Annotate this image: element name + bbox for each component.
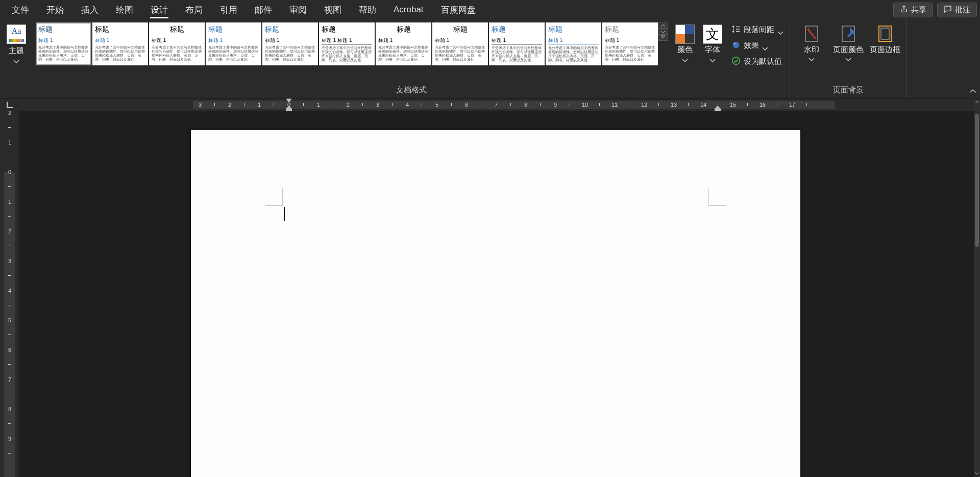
- share-button[interactable]: 共享: [893, 3, 933, 17]
- style-set-3[interactable]: 标题标题 1充分考虑了其中的值与文档整体外观的协调性。您可以使用这些库来轻松插入…: [206, 22, 261, 65]
- style-gallery: 标题标题 1充分考虑了其中的值与文档整体外观的协调性。您可以使用这些库来轻松插入…: [36, 22, 658, 65]
- menu-references[interactable]: 引用: [211, 1, 246, 19]
- h-ruler-tick: [303, 99, 304, 111]
- v-ruler-tick: [0, 305, 19, 305]
- h-ruler-tick: [806, 99, 807, 111]
- menu-file[interactable]: 文件: [3, 1, 38, 19]
- v-ruler-number: 0: [0, 169, 19, 175]
- collapse-ribbon-button[interactable]: [966, 19, 980, 98]
- text-cursor: [284, 207, 285, 221]
- watermark-icon: [802, 25, 821, 43]
- h-ruler-number: 9: [552, 99, 558, 111]
- theme-button-label: 主题: [9, 46, 24, 56]
- h-ruler-number: 10: [582, 99, 588, 111]
- colors-button[interactable]: 颜色: [672, 22, 698, 60]
- chevron-down-icon: [709, 56, 716, 60]
- svg-point-2: [732, 57, 740, 64]
- menu-home[interactable]: 开始: [38, 1, 72, 19]
- vertical-ruler[interactable]: 210123456789: [0, 111, 19, 477]
- v-ruler-tick: [0, 275, 19, 276]
- comment-button[interactable]: 批注: [937, 3, 977, 17]
- colors-icon: [675, 25, 695, 44]
- document-area[interactable]: [19, 111, 974, 477]
- menu-review[interactable]: 审阅: [281, 1, 315, 19]
- style-set-4[interactable]: 标题标题 1充分考虑了其中的值与文档整体外观的协调性。您可以使用这些库来轻松插入…: [262, 22, 318, 65]
- h-ruler-number: 11: [611, 99, 618, 111]
- paragraph-spacing-label: 段落间距: [744, 25, 774, 35]
- style-set-5[interactable]: 标题标题 1 标题 1充分考虑了其中的值与文档整体外观的协调性。您可以使用这些库…: [319, 22, 375, 65]
- h-ruler-tick: [599, 99, 600, 111]
- h-ruler-number: 16: [760, 99, 766, 111]
- h-ruler-number: 1: [315, 99, 322, 111]
- style-set-6[interactable]: 标题标题 1充分考虑了其中的值与文档整体外观的协调性。您可以使用这些库来轻松插入…: [376, 22, 431, 65]
- theme-button[interactable]: 主题: [3, 22, 30, 61]
- page-border-label: 页面边框: [870, 45, 900, 55]
- menu-help[interactable]: 帮助: [350, 1, 385, 19]
- h-ruler-tick: [392, 99, 393, 111]
- h-ruler-tick: [747, 99, 748, 111]
- h-ruler-number: 2: [345, 99, 351, 111]
- gallery-more-button[interactable]: [658, 35, 668, 41]
- tab-stop-selector[interactable]: [0, 99, 19, 111]
- page[interactable]: [191, 130, 800, 477]
- v-ruler-number: 7: [0, 376, 19, 383]
- style-set-0[interactable]: 标题标题 1充分考虑了其中的值与文档整体外观的协调性。您可以使用这些库来轻松插入…: [36, 22, 91, 65]
- menu-insert[interactable]: 插入: [72, 1, 107, 19]
- h-ruler-number: 13: [671, 99, 677, 111]
- h-ruler-number: 3: [375, 99, 381, 111]
- fonts-icon: 文: [703, 25, 722, 44]
- share-label: 共享: [911, 5, 926, 15]
- chevron-down-icon: [777, 28, 783, 32]
- page-border-button[interactable]: 页面边框: [867, 22, 903, 55]
- scrollbar-thumb[interactable]: [975, 114, 979, 247]
- menu-acrobat[interactable]: Acrobat: [385, 1, 432, 18]
- v-ruler-number: 3: [0, 258, 19, 264]
- horizontal-ruler[interactable]: 32101234567891011121314151617: [19, 99, 974, 111]
- v-ruler-number: 1: [0, 199, 19, 205]
- group-pagebg-label: 页面背景: [833, 85, 864, 97]
- h-ruler-tick: [422, 99, 422, 111]
- fonts-label: 字体: [705, 45, 720, 55]
- h-ruler-tick: [244, 99, 244, 111]
- vertical-scrollbar[interactable]: [974, 99, 980, 477]
- menu-design[interactable]: 设计: [142, 1, 177, 19]
- v-ruler-number: 2: [0, 110, 19, 116]
- style-set-8[interactable]: 标题标题 1充分考虑了其中的值与文档整体外观的协调性。您可以使用这些库来轻松插入…: [489, 22, 545, 65]
- h-ruler-tick: [718, 99, 718, 111]
- gallery-row-up[interactable]: [658, 22, 668, 29]
- v-ruler-tick: [0, 186, 19, 187]
- style-set-9[interactable]: 标题标题 1充分考虑了其中的值与文档整体外观的协调性。您可以使用这些库来轻松插入…: [546, 22, 601, 65]
- page-color-button[interactable]: 页面颜色: [830, 22, 867, 59]
- set-default-button[interactable]: 设为默认值: [728, 54, 787, 69]
- fonts-button[interactable]: 文 字体: [700, 22, 725, 60]
- menu-baidu[interactable]: 百度网盘: [432, 1, 484, 19]
- style-set-10[interactable]: 标题标题 1充分考虑了其中的值与文档整体外观的协调性。您可以使用这些库来轻松插入…: [602, 22, 658, 65]
- scroll-down-button[interactable]: [974, 470, 980, 477]
- h-ruler-tick: [658, 99, 659, 111]
- style-set-1[interactable]: 标题标题 1充分考虑了其中的值与文档整体外观的协调性。您可以使用这些库来轻松插入…: [92, 22, 148, 65]
- style-set-7[interactable]: 标题标题 1充分考虑了其中的值与文档整体外观的协调性。您可以使用这些库来轻松插入…: [432, 22, 488, 65]
- menu-draw[interactable]: 绘图: [107, 1, 142, 19]
- v-ruler-number: 6: [0, 347, 19, 353]
- v-ruler-tick: [0, 364, 19, 365]
- menu-layout[interactable]: 布局: [177, 1, 211, 19]
- h-ruler-tick: [362, 99, 363, 111]
- menu-mail[interactable]: 邮件: [246, 1, 281, 19]
- h-ruler-number: 15: [730, 99, 736, 111]
- set-default-label: 设为默认值: [744, 57, 782, 66]
- gallery-row-down[interactable]: [658, 29, 668, 35]
- effects-icon: [731, 40, 741, 51]
- watermark-button[interactable]: 水印: [793, 22, 830, 59]
- menu-view[interactable]: 视图: [315, 1, 350, 19]
- v-ruler-number: 1: [0, 139, 19, 146]
- paragraph-spacing-button[interactable]: 段落间距: [728, 22, 787, 37]
- v-ruler-number: 4: [0, 288, 19, 294]
- effects-button[interactable]: 效果: [728, 38, 787, 53]
- v-ruler-tick: [0, 127, 19, 128]
- style-set-2[interactable]: 标题标题 1充分考虑了其中的值与文档整体外观的协调性。您可以使用这些库来轻松插入…: [149, 22, 205, 65]
- h-ruler-number: 1: [256, 99, 262, 111]
- h-ruler-tick: [274, 99, 274, 111]
- v-ruler-number: 8: [0, 406, 19, 412]
- scroll-up-button[interactable]: [974, 99, 980, 106]
- h-ruler-tick: [777, 99, 777, 111]
